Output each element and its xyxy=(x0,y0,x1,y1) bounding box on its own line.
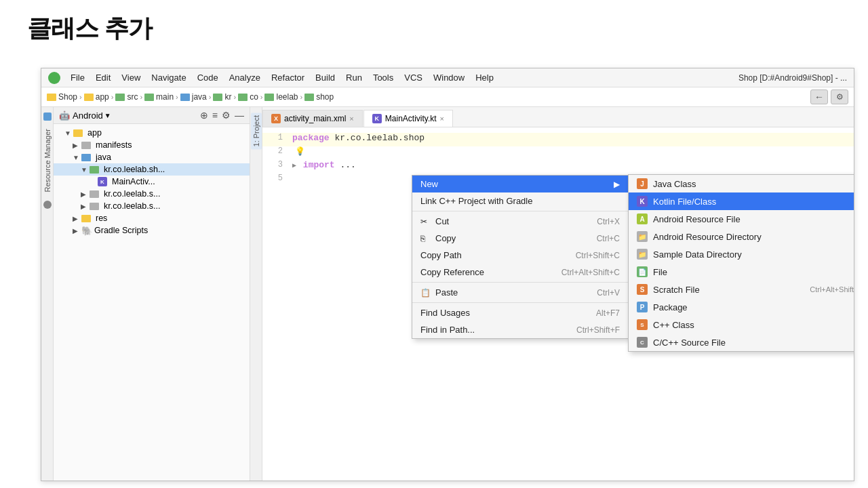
sub-android-resource-file[interactable]: A Android Resource File xyxy=(629,210,854,228)
nav-settings-button[interactable]: ⚙ xyxy=(831,89,848,104)
sub-android-resource-dir[interactable]: 📁 Android Resource Directory xyxy=(629,228,854,245)
sub-java-class[interactable]: J Java Class xyxy=(629,175,854,192)
sub-scratch-file[interactable]: S Scratch File Ctrl+Alt+Shift+Insert xyxy=(629,281,854,298)
sub-kotlin-class-label: Kotlin File/Class xyxy=(653,197,716,207)
tree-item-manifests[interactable]: ▶ manifests xyxy=(54,139,250,151)
breadcrumb-co[interactable]: co xyxy=(238,92,258,102)
ctx-find-usages-label: Find Usages xyxy=(420,308,470,318)
menu-window[interactable]: Window xyxy=(429,71,469,84)
paste-icon: 📋 xyxy=(420,288,430,298)
tree-manifests-label: manifests xyxy=(96,140,132,150)
ctx-copy-reference[interactable]: Copy Reference Ctrl+Alt+Shift+C xyxy=(412,264,628,281)
shop-folder-icon xyxy=(47,94,56,101)
tree-arrow-kr-leelab: ▼ xyxy=(81,166,87,174)
ctx-copy[interactable]: ⎘ Copy Ctrl+C xyxy=(412,230,628,247)
sub-cpp-source-label: C/C++ Source File xyxy=(653,338,726,348)
menu-refactor[interactable]: Refactor xyxy=(267,71,309,84)
tree-gradle-label: Gradle Scripts xyxy=(94,226,148,235)
menu-vcs[interactable]: VCS xyxy=(399,71,427,84)
menu-build[interactable]: Build xyxy=(311,71,340,84)
manifests-folder-icon xyxy=(81,142,91,149)
ctx-find-usages-shortcut: Alt+F7 xyxy=(596,308,620,318)
tree-item-gradle[interactable]: ▶ 🐘 Gradle Scripts xyxy=(54,224,250,237)
sub-package[interactable]: P Package xyxy=(629,298,854,316)
breadcrumb-sep-8: › xyxy=(300,93,303,101)
menu-edit[interactable]: Edit xyxy=(91,71,115,84)
sub-cpp-class[interactable]: S C++ Class xyxy=(629,316,854,333)
android-dropdown[interactable]: Android ▼ xyxy=(73,110,111,121)
breadcrumb-sep-3: › xyxy=(140,93,142,101)
sub-package-label: Package xyxy=(653,302,688,312)
package-icon: P xyxy=(637,302,648,312)
tree-item-mainactivity[interactable]: ▶ K MainActiv... xyxy=(54,176,250,188)
menu-analyze[interactable]: Analyze xyxy=(224,71,265,84)
sub-cpp-source[interactable]: C C/C++ Source File xyxy=(629,333,854,351)
filter-icon[interactable]: ≡ xyxy=(212,110,218,121)
menu-navigate[interactable]: Navigate xyxy=(146,71,191,84)
sub-cpp-class-label: C++ Class xyxy=(653,320,694,330)
tree-item-res[interactable]: ▶ res xyxy=(54,212,250,224)
breadcrumb-app[interactable]: app xyxy=(84,92,109,102)
sub-file-label: File xyxy=(653,267,667,277)
ctx-copy-reference-shortcut: Ctrl+Alt+Shift+C xyxy=(561,268,620,277)
android-dropdown-arrow: ▼ xyxy=(104,112,111,119)
menu-run[interactable]: Run xyxy=(341,71,367,84)
co-folder-icon xyxy=(238,94,248,101)
ctx-cut-shortcut: Ctrl+X xyxy=(597,217,620,226)
ctx-copy-path[interactable]: Copy Path Ctrl+Shift+C xyxy=(412,247,628,264)
breadcrumb-kr[interactable]: kr xyxy=(213,92,231,102)
kr-folder-icon xyxy=(213,94,222,101)
breadcrumb-sep-4: › xyxy=(176,93,178,101)
tree-app-label: app xyxy=(87,128,102,138)
tree-java-label: java xyxy=(96,152,111,162)
ctx-copy-shortcut: Ctrl+C xyxy=(597,234,620,243)
sub-sample-data-dir[interactable]: 📁 Sample Data Directory xyxy=(629,245,854,263)
nav-back-button[interactable]: ← xyxy=(810,89,828,104)
tree-item-kr-leelab-2[interactable]: ▶ kr.co.leelab.s... xyxy=(54,188,250,200)
menu-tools[interactable]: Tools xyxy=(368,71,398,84)
project-tab-label[interactable]: 1: Project xyxy=(251,113,262,149)
tree-item-app[interactable]: ▼ app xyxy=(54,127,250,139)
tree-item-kr-leelab[interactable]: ▼ kr.co.leelab.sh... xyxy=(54,163,250,176)
tree-arrow-app: ▼ xyxy=(64,129,71,137)
cpp-source-icon: C xyxy=(637,337,648,348)
ctx-paste[interactable]: 📋 Paste Ctrl+V xyxy=(412,284,628,301)
breadcrumb-java-label: java xyxy=(192,92,207,102)
breadcrumb-leelab[interactable]: leelab xyxy=(264,92,298,102)
resource-manager-label[interactable]: Resource Manager xyxy=(42,126,53,195)
ctx-find-usages[interactable]: Find Usages Alt+F7 xyxy=(412,304,628,321)
tree-item-kr-leelab-3[interactable]: ▶ kr.co.leelab.s... xyxy=(54,200,250,212)
sub-kotlin-class[interactable]: K Kotlin File/Class xyxy=(629,192,854,210)
ctx-cut[interactable]: ✂ Cut Ctrl+X xyxy=(412,213,628,230)
menu-file[interactable]: File xyxy=(66,71,90,84)
ctx-link-cpp[interactable]: Link C++ Project with Gradle xyxy=(412,192,628,209)
menu-help[interactable]: Help xyxy=(471,71,498,84)
breadcrumb-main[interactable]: main xyxy=(144,92,174,102)
tree-item-java[interactable]: ▼ java xyxy=(54,151,250,163)
sub-android-resource-file-label: Android Resource File xyxy=(653,214,741,224)
sync-icon[interactable]: ⊕ xyxy=(200,110,208,121)
kr-leelab-folder-icon xyxy=(90,166,99,174)
breadcrumb-sep-7: › xyxy=(260,93,263,101)
ctx-copy-path-shortcut: Ctrl+Shift+C xyxy=(576,251,620,260)
project-title: Shop [D:#Android9#Shop] - ... xyxy=(738,73,847,83)
breadcrumb-src[interactable]: src xyxy=(115,92,138,102)
sub-file[interactable]: 📄 File xyxy=(629,263,854,281)
android-dropdown-label: Android xyxy=(73,110,103,121)
copy-icon: ⎘ xyxy=(420,234,430,243)
menu-view[interactable]: View xyxy=(117,71,145,84)
breadcrumb-java[interactable]: java xyxy=(180,92,207,102)
shop2-folder-icon xyxy=(304,94,314,101)
ctx-cut-label: Cut xyxy=(435,216,449,226)
breadcrumb-shop2[interactable]: shop xyxy=(304,92,334,102)
ctx-new[interactable]: New ▶ J Java Class K Kotlin File/Class xyxy=(412,176,628,192)
leelab-folder-icon xyxy=(264,94,274,101)
minimize-icon[interactable]: — xyxy=(235,110,244,121)
menu-code[interactable]: Code xyxy=(193,71,223,84)
ctx-sep-3 xyxy=(412,302,628,303)
ctx-find-in-path[interactable]: Find in Path... Ctrl+Shift+F xyxy=(412,321,628,338)
main-area: Resource Manager 🤖 Android ▼ ⊕ ≡ ⚙ — xyxy=(41,107,854,481)
settings-icon[interactable]: ⚙ xyxy=(222,110,231,121)
src-folder-icon xyxy=(115,94,125,101)
breadcrumb-shop[interactable]: Shop xyxy=(47,92,77,102)
